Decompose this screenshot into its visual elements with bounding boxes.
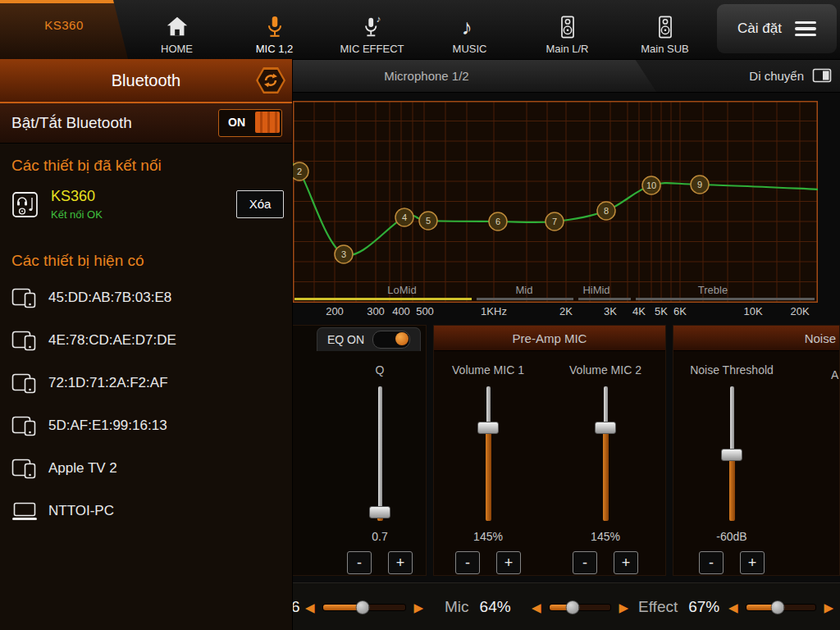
volume-mic1-track[interactable] — [486, 386, 491, 521]
q-plus-button[interactable]: + — [388, 551, 413, 574]
svg-text:4: 4 — [402, 212, 407, 222]
mic-slider[interactable] — [549, 604, 612, 611]
nav-item-music[interactable]: ♪ MUSIC — [421, 0, 518, 59]
freq-label: 20K — [790, 305, 809, 317]
nav-label: Main SUB — [641, 43, 689, 55]
tab-label: Microphone 1/2 — [384, 69, 468, 83]
noise-panel: Noise Noise Threshold -60dB - + A — [673, 325, 840, 576]
nav-item-mic-12[interactable]: MIC 1,2 — [226, 0, 323, 59]
volume-mic1-plus-button[interactable]: + — [496, 551, 521, 574]
svg-text:HiMid: HiMid — [582, 284, 609, 296]
q-slider: Q 0.7 - + — [331, 363, 429, 574]
volume-mic1-handle[interactable] — [477, 422, 499, 434]
arrow-right-icon[interactable]: ▶ — [824, 601, 833, 614]
freq-axis: 200 300 400 500 1KHz 2K 3K 4K 5K 6K 10K … — [293, 305, 818, 322]
nav-item-home[interactable]: HOME — [128, 0, 226, 59]
effect-volume-label: Effect — [638, 598, 678, 616]
effect-slider[interactable] — [746, 604, 817, 611]
hamburger-menu-icon — [795, 21, 816, 37]
mic-volume-label: Mic — [445, 598, 469, 616]
arrow-right-icon[interactable]: ▶ — [619, 601, 628, 614]
connected-devices-header: Các thiết bị đã kết nối — [11, 157, 281, 175]
bluetooth-panel: Bluetooth Bật/Tắt Bluetooth ON Các t — [0, 59, 293, 630]
noise-threshold-label: Noise Threshold — [682, 363, 781, 378]
settings-label: Cài đặt — [737, 21, 782, 37]
arrow-right-icon[interactable]: ▶ — [413, 601, 423, 614]
volume-mic2-plus-button[interactable]: + — [614, 551, 638, 574]
device-row[interactable]: 4E:78:CD:AE:D7:DE — [0, 319, 292, 362]
svg-text:3: 3 — [341, 249, 346, 259]
freq-label: 3K — [604, 305, 617, 317]
volume-mic1-slider: Volume MIC 1 145% - + — [439, 363, 537, 574]
q-minus-button[interactable]: - — [347, 551, 372, 574]
music-slider[interactable] — [322, 604, 407, 611]
arrow-left-icon[interactable]: ◀ — [728, 601, 738, 614]
preamp-panel: Pre-Amp MIC Volume MIC 1 145% - + Volume… — [433, 325, 666, 576]
connected-device-icon — [11, 189, 41, 219]
bluetooth-power-toggle[interactable]: ON — [218, 109, 282, 137]
connected-device-row[interactable]: KS360 Kết nối OK Xóa — [0, 181, 292, 227]
main-nav: HOME MIC 1,2 ♪ MIC EFFECT ♪ MUSIC — [128, 0, 714, 59]
freq-label: 2K — [559, 305, 573, 317]
noise-threshold-value: -60dB — [682, 530, 781, 543]
nav-label: Main L/R — [546, 43, 588, 55]
bluetooth-device-icon — [11, 285, 38, 310]
noise-plus-button[interactable]: + — [740, 551, 765, 574]
mic-slider-handle[interactable] — [566, 600, 580, 614]
volume-mic2-handle[interactable] — [595, 422, 616, 434]
refresh-icon — [262, 72, 279, 89]
freq-label: 4K — [632, 305, 646, 317]
nav-item-mic-effect[interactable]: ♪ MIC EFFECT — [323, 0, 421, 59]
q-slider-handle[interactable] — [369, 506, 390, 518]
music-slider-handle[interactable] — [355, 600, 369, 614]
device-row[interactable]: 5D:AF:E1:99:16:13 — [0, 404, 292, 447]
noise-threshold-track[interactable] — [730, 386, 734, 521]
volume-mic2-minus-button[interactable]: - — [573, 551, 597, 574]
eq-on-switch-icon — [372, 331, 410, 349]
speaker-icon — [555, 13, 580, 41]
cutoff-column-label: A — [831, 368, 838, 381]
bluetooth-header: Bluetooth — [0, 59, 292, 103]
noise-threshold-handle[interactable] — [721, 449, 742, 461]
nav-label: MIC EFFECT — [340, 43, 404, 55]
device-row[interactable]: 72:1D:71:2A:F2:AF — [0, 362, 292, 404]
settings-button[interactable]: Cài đặt — [717, 4, 837, 53]
volume-mic2-track[interactable] — [604, 386, 608, 521]
effect-volume-value: 67% — [688, 598, 719, 616]
freq-label: 10K — [743, 305, 762, 317]
q-slider-track[interactable] — [378, 386, 382, 521]
svg-text:8: 8 — [604, 206, 609, 216]
freq-label: 300 — [367, 305, 385, 317]
microphone-effect-icon: ♪ — [360, 13, 385, 41]
delete-device-button[interactable]: Xóa — [236, 190, 284, 218]
connected-device-name: KS360 — [51, 188, 103, 206]
arrow-left-icon[interactable]: ◀ — [532, 601, 541, 614]
device-row[interactable]: Apple TV 2 — [0, 447, 292, 490]
noise-minus-button[interactable]: - — [699, 551, 724, 574]
q-value: 0.7 — [331, 530, 429, 543]
eq-graph[interactable]: LoMidMidHiMidTreble2345678109 — [293, 101, 818, 303]
bluetooth-device-icon — [11, 413, 38, 438]
move-button[interactable]: Di chuyển — [749, 59, 832, 92]
device-row[interactable]: NTTOI-PC — [0, 490, 292, 532]
effect-slider-handle[interactable] — [770, 600, 784, 614]
eq-on-toggle[interactable]: EQ ON — [317, 327, 421, 351]
nav-label: MIC 1,2 — [256, 43, 294, 55]
refresh-button[interactable] — [256, 67, 285, 94]
svg-text:Mid: Mid — [516, 284, 533, 296]
nav-label: HOME — [161, 43, 193, 55]
volume-mic2-slider: Volume MIC 2 145% - + — [556, 363, 655, 574]
bluetooth-power-row: Bật/Tắt Bluetooth ON — [0, 103, 292, 144]
arrow-left-icon[interactable]: ◀ — [305, 601, 315, 614]
nav-item-main-sub[interactable]: Main SUB — [616, 0, 714, 59]
freq-label: 1KHz — [481, 305, 507, 317]
brand-tab[interactable]: KS360 — [0, 0, 128, 59]
music-slider-group: ◀ ▶ — [305, 583, 423, 630]
volume-mic1-minus-button[interactable]: - — [455, 551, 480, 574]
nav-item-main-lr[interactable]: Main L/R — [518, 0, 616, 59]
q-label: Q — [331, 363, 429, 378]
device-row[interactable]: 45:DD:AB:7B:03:E8 — [0, 276, 292, 319]
nav-label: MUSIC — [453, 43, 487, 55]
freq-label: 400 — [392, 305, 410, 317]
svg-text:9: 9 — [697, 180, 702, 189]
